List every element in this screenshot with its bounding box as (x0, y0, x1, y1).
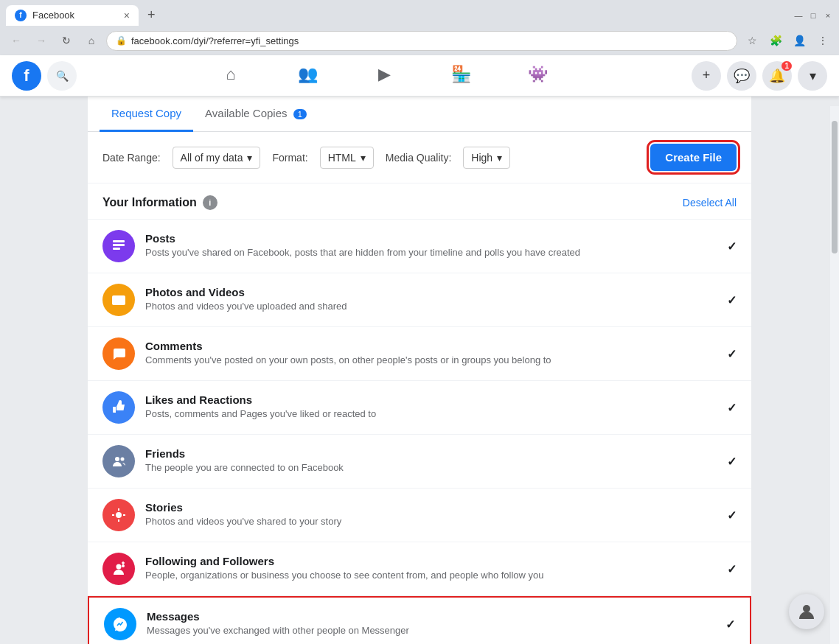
posts-checkbox[interactable]: ✓ (727, 239, 737, 253)
bookmark-icon[interactable]: ☆ (742, 30, 762, 51)
svg-point-17 (803, 605, 810, 612)
messenger-icon: 💬 (734, 68, 750, 84)
tabs: Request Copy Available Copies 1 (88, 97, 751, 132)
svg-point-13 (116, 564, 122, 570)
comments-desc: Comments you've posted on your own posts… (145, 354, 717, 367)
comments-checkbox[interactable]: ✓ (727, 347, 737, 361)
date-range-chevron-icon: ▾ (247, 152, 252, 164)
account-button[interactable]: ▾ (798, 61, 827, 91)
posts-item: Posts Posts you've shared on Facebook, p… (88, 220, 751, 273)
posts-content: Posts Posts you've shared on Facebook, p… (145, 232, 717, 259)
address-bar[interactable]: 🔒 facebook.com/dyi/?referrer=yfi_setting… (106, 31, 737, 51)
search-icon: 🔍 (56, 70, 69, 82)
create-file-button[interactable]: Create File (650, 144, 737, 171)
maximize-button[interactable]: □ (808, 10, 818, 21)
browser-titlebar: f Facebook × + — □ × (0, 0, 839, 26)
back-button[interactable]: ← (6, 30, 27, 51)
browser-tab[interactable]: f Facebook × (6, 5, 139, 26)
forward-button[interactable]: → (31, 30, 52, 51)
bell-icon: 🔔 (769, 68, 785, 84)
svg-point-8 (116, 512, 122, 518)
info-tooltip-icon[interactable]: i (203, 195, 217, 210)
photos-videos-checkbox[interactable]: ✓ (727, 293, 737, 307)
photos-videos-icon (102, 284, 135, 316)
following-desc: People, organizations or business you ch… (145, 569, 717, 582)
page-wrapper: f Facebook × + — □ × ← → ↻ ⌂ 🔒 facebook.… (0, 0, 839, 644)
toolbar-icons: ☆ 🧩 👤 ⋮ (742, 30, 833, 51)
search-button[interactable]: 🔍 (47, 61, 77, 91)
main-content: Request Copy Available Copies 1 Date Ran… (0, 97, 839, 644)
following-icon (102, 553, 135, 585)
notifications-button[interactable]: 🔔 1 (762, 61, 792, 91)
reload-button[interactable]: ↻ (56, 30, 77, 51)
nav-friends[interactable]: 👥 (271, 58, 344, 94)
following-checkbox[interactable]: ✓ (727, 562, 737, 576)
svg-rect-1 (113, 244, 125, 246)
close-button[interactable]: × (823, 10, 833, 21)
date-range-dropdown[interactable]: All of my data ▾ (173, 147, 261, 169)
likes-title: Likes and Reactions (145, 393, 717, 406)
scrollbar-thumb[interactable] (832, 121, 838, 253)
messages-checkbox[interactable]: ✓ (725, 617, 735, 631)
svg-point-4 (115, 298, 118, 301)
main-nav: ⌂ 👥 ▶ 🏪 👾 (77, 58, 692, 94)
svg-point-6 (115, 457, 119, 461)
friends-icon (102, 445, 135, 477)
facebook-header: f 🔍 ⌂ 👥 ▶ 🏪 👾 + 💬 (0, 55, 839, 97)
profile-icon[interactable]: 👤 (789, 30, 810, 51)
create-button[interactable]: + (692, 61, 721, 91)
friends-checkbox[interactable]: ✓ (727, 455, 737, 469)
svg-point-7 (121, 458, 125, 461)
format-chevron-icon: ▾ (361, 152, 366, 164)
tab-close-button[interactable]: × (124, 10, 130, 21)
info-title-text: Your Information (102, 196, 197, 209)
tab-request-copy[interactable]: Request Copy (100, 97, 193, 132)
minimize-button[interactable]: — (793, 10, 804, 21)
likes-checkbox[interactable]: ✓ (727, 401, 737, 415)
new-tab-button[interactable]: + (142, 4, 161, 26)
notification-badge: 1 (781, 61, 792, 71)
format-label: Format: (272, 152, 307, 164)
browser-toolbar: ← → ↻ ⌂ 🔒 facebook.com/dyi/?referrer=yfi… (0, 26, 839, 55)
tab-favicon: f (15, 10, 27, 21)
nav-marketplace[interactable]: 🏪 (424, 58, 498, 94)
media-quality-dropdown[interactable]: High ▾ (463, 147, 510, 169)
menu-icon[interactable]: ⋮ (812, 30, 833, 51)
bottom-user-icon[interactable] (789, 594, 824, 629)
stories-checkbox[interactable]: ✓ (727, 508, 737, 522)
messages-icon (104, 608, 136, 640)
format-dropdown[interactable]: HTML ▾ (320, 147, 374, 169)
deselect-all-button[interactable]: Deselect All (683, 197, 737, 209)
nav-gaming[interactable]: 👾 (501, 58, 574, 94)
photos-videos-desc: Photos and videos you've uploaded and sh… (145, 300, 717, 313)
svg-point-14 (122, 564, 125, 567)
scrollbar[interactable] (830, 106, 839, 644)
watch-icon: ▶ (378, 65, 391, 84)
comments-content: Comments Comments you've posted on your … (145, 340, 717, 367)
content-panel: Request Copy Available Copies 1 Date Ran… (88, 97, 751, 644)
extensions-icon[interactable]: 🧩 (765, 30, 786, 51)
lock-icon: 🔒 (116, 35, 127, 46)
home-button[interactable]: ⌂ (81, 30, 102, 51)
messenger-button[interactable]: 💬 (727, 61, 756, 91)
stories-item: Stories Photos and videos you've shared … (88, 489, 751, 542)
nav-watch[interactable]: ▶ (347, 58, 421, 94)
svg-rect-2 (113, 248, 120, 250)
nav-home[interactable]: ⌂ (194, 58, 268, 94)
filter-bar: Date Range: All of my data ▾ Format: HTM… (88, 132, 751, 183)
tab-request-copy-label: Request Copy (111, 107, 181, 119)
tab-available-copies[interactable]: Available Copies 1 (193, 97, 318, 132)
svg-rect-3 (112, 295, 125, 305)
media-quality-chevron-icon: ▾ (497, 152, 502, 164)
following-content: Following and Followers People, organiza… (145, 555, 717, 582)
facebook-logo[interactable]: f (12, 61, 41, 91)
comments-item: Comments Comments you've posted on your … (88, 327, 751, 381)
tab-available-copies-label: Available Copies (205, 107, 287, 119)
stories-icon (102, 499, 135, 531)
your-information-section: Your Information i Deselect All Posts Po… (88, 183, 751, 644)
posts-desc: Posts you've shared on Facebook, posts t… (145, 246, 717, 259)
friends-desc: The people you are connected to on Faceb… (145, 461, 717, 475)
browser-chrome: f Facebook × + — □ × ← → ↻ ⌂ 🔒 facebook.… (0, 0, 839, 55)
tab-title: Facebook (32, 10, 118, 21)
date-range-label: Date Range: (102, 152, 161, 164)
